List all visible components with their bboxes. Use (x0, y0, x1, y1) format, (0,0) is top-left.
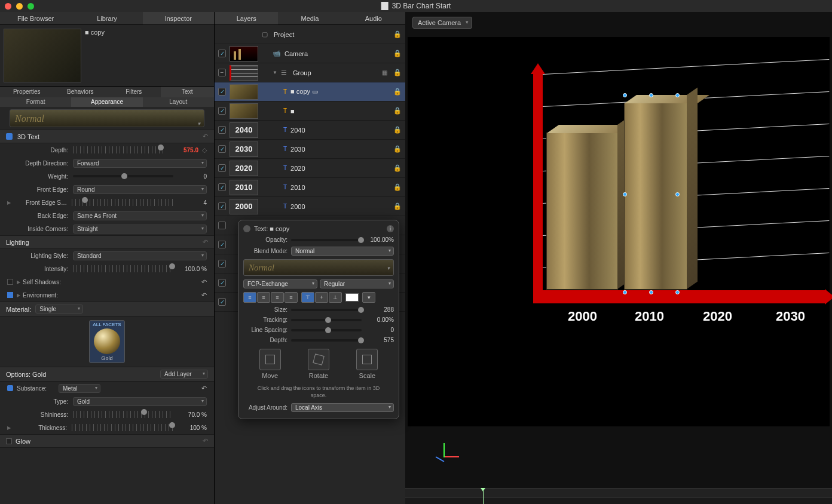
layer-project[interactable]: ▢ Project 🔒 (215, 25, 405, 44)
self-shadows-checkbox[interactable] (7, 279, 13, 285)
hud-info-icon[interactable]: i (387, 225, 394, 232)
add-layer-button[interactable]: Add Layer (160, 370, 208, 379)
tracking-value[interactable]: 0.00% (364, 316, 394, 323)
size-slider[interactable] (291, 309, 362, 311)
layer-group[interactable]: ▼ ☰ Group ▦ 🔒 (215, 63, 405, 82)
hud-inspector[interactable]: Text: ■ copy i Opacity:100.00% Blend Mod… (238, 220, 399, 419)
lock-icon[interactable]: 🔒 (393, 30, 402, 38)
disclosure-icon[interactable]: ▶ (7, 200, 11, 205)
transform-scale[interactable] (356, 349, 378, 370)
lock-icon[interactable]: 🔒 (393, 69, 402, 76)
disclosure-icon[interactable]: ▶ (7, 425, 11, 431)
selection-handle[interactable] (675, 192, 680, 196)
color-swatch[interactable] (345, 293, 359, 302)
selection-handle[interactable] (675, 290, 680, 294)
depth-slider[interactable] (291, 339, 362, 342)
minimize-window[interactable] (16, 3, 23, 10)
layer-visible[interactable] (218, 222, 226, 229)
lock-icon[interactable]: 🔒 (393, 164, 402, 172)
material-mode-select[interactable]: Single (35, 305, 83, 314)
thickness-slider[interactable] (72, 424, 173, 431)
tab-filters[interactable]: Filters (107, 87, 161, 97)
tracking-slider[interactable] (291, 319, 362, 321)
section-options[interactable]: Options: Gold Add Layer (0, 367, 214, 382)
layer-visible[interactable] (218, 107, 226, 115)
weight-value[interactable]: 0 (177, 173, 207, 180)
tab-inspector[interactable]: Inspector (143, 12, 214, 24)
orientation-gizmo[interactable] (430, 431, 460, 461)
playhead[interactable] (483, 489, 484, 504)
depth-slider[interactable] (73, 146, 165, 153)
enable-3d-text[interactable] (6, 133, 13, 140)
lock-icon[interactable]: 🔒 (393, 145, 402, 153)
viewport[interactable]: Active Camera 2000 (405, 12, 832, 504)
align-center[interactable]: ≡ (257, 292, 270, 303)
lighting-style-select[interactable]: Standard (73, 251, 207, 260)
depth-value[interactable]: 575 (364, 337, 394, 343)
layer-visible[interactable] (218, 69, 226, 76)
reset-icon[interactable]: ↶ (203, 437, 208, 445)
align-justify[interactable]: ≡ (285, 292, 298, 303)
valign-top[interactable]: ⊤ (301, 292, 314, 303)
opacity-slider[interactable] (291, 239, 362, 241)
lock-icon[interactable]: 🔒 (393, 107, 402, 115)
layer-visible[interactable] (218, 183, 226, 191)
tab-behaviors[interactable]: Behaviors (54, 87, 108, 97)
selection-handle[interactable] (649, 93, 653, 97)
layer-visible[interactable] (218, 50, 226, 57)
selection-handle[interactable] (623, 290, 627, 294)
size-value[interactable]: 288 (364, 306, 394, 313)
tab-file-browser[interactable]: File Browser (0, 12, 71, 24)
front-edge-size-slider[interactable] (72, 199, 173, 206)
zoom-window[interactable] (27, 3, 34, 10)
front-edge-size-value[interactable]: 4 (177, 199, 207, 206)
front-edge-select[interactable]: Round (73, 185, 207, 194)
lock-icon[interactable]: 🔒 (393, 202, 402, 210)
substance-select[interactable]: Metal (59, 384, 100, 393)
layer-2040[interactable]: 2040 T 2040 🔒 (215, 121, 405, 140)
line-spacing-slider[interactable] (291, 329, 362, 331)
layer-visible[interactable] (218, 126, 226, 134)
lock-icon[interactable]: 🔒 (393, 126, 402, 134)
valign-bottom[interactable]: ⊥ (329, 292, 342, 303)
close-window[interactable] (5, 3, 11, 10)
selection-handle[interactable] (649, 290, 653, 294)
inside-corners-select[interactable]: Straight (73, 225, 207, 233)
selection-handle[interactable] (675, 93, 680, 97)
style-preset-picker[interactable]: Normal (10, 109, 204, 127)
line-spacing-value[interactable]: 0 (364, 327, 394, 333)
stack-icon[interactable]: ▦ (382, 69, 387, 76)
back-edge-select[interactable]: Same As Front (73, 211, 207, 220)
font-weight-select[interactable]: Regular (320, 279, 394, 288)
reset-icon[interactable]: ↶ (203, 133, 208, 140)
disclosure-icon[interactable]: ▶ (17, 279, 20, 285)
section-lighting[interactable]: Lighting ↶ (0, 235, 214, 249)
blend-mode-select[interactable]: Normal (291, 247, 394, 256)
align-left[interactable]: ≡ (243, 292, 256, 303)
glow-checkbox[interactable] (6, 438, 12, 444)
transform-rotate[interactable] (308, 349, 329, 370)
layer-visible[interactable] (218, 164, 226, 172)
color-dropdown[interactable]: ▾ (362, 292, 375, 303)
hud-close[interactable] (243, 225, 250, 232)
subtab-appearance[interactable]: Appearance (71, 97, 142, 107)
reset-icon[interactable]: ↶ (203, 238, 208, 246)
layer-2030[interactable]: 2030 T 2030 🔒 (215, 140, 405, 159)
transform-move[interactable] (259, 349, 281, 370)
font-select[interactable]: FCP-Exchange (243, 279, 317, 288)
layer-camera[interactable]: 📹 Camera 🔒 (215, 44, 405, 63)
tab-media[interactable]: Media (278, 12, 341, 24)
layer-visible[interactable] (218, 88, 226, 96)
substance-enable[interactable] (7, 385, 13, 391)
tab-library[interactable]: Library (71, 12, 142, 24)
shininess-value[interactable]: 70.0 % (177, 411, 207, 418)
material-swatch[interactable]: ALL FACETS Gold (89, 320, 125, 363)
type-select[interactable]: Gold (73, 397, 207, 406)
environment-checkbox[interactable] (7, 292, 13, 298)
layer-visible[interactable] (218, 145, 226, 153)
intensity-value[interactable]: 100.0 % (177, 266, 207, 272)
subtab-format[interactable]: Format (0, 97, 71, 107)
reset-icon[interactable]: ↶ (201, 385, 207, 392)
weight-slider[interactable] (73, 175, 173, 177)
layer-visible[interactable] (218, 241, 226, 248)
